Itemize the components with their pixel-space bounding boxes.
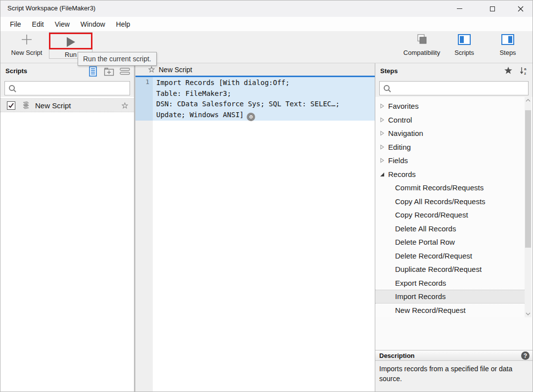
step-item-delete-all-records[interactable]: Delete All Records [375, 222, 533, 236]
scroll-up-icon[interactable] [525, 97, 532, 104]
code-line[interactable]: DSN: CData Salesforce Sys; SQL Text: SEL… [156, 99, 375, 110]
tab-modified-star-icon [148, 66, 155, 73]
step-item-favorites[interactable]: Favorites [375, 99, 533, 113]
run-button-label: Run [65, 51, 77, 58]
scripts-search-input[interactable] [4, 81, 130, 95]
new-script-button[interactable]: New Script [7, 32, 46, 61]
chevron-collapsed-icon[interactable] [379, 103, 385, 109]
scripts-pane-button-label: Scripts [454, 49, 474, 56]
modified-star-icon [122, 102, 128, 109]
compatibility-layers-icon [416, 32, 428, 47]
scroll-down-icon[interactable] [525, 310, 532, 317]
sort-az-icon[interactable]: a z [520, 66, 529, 75]
step-item-export-records[interactable]: Export Records [375, 276, 533, 290]
steps-search-input[interactable] [379, 81, 529, 95]
grabber-lines-icon[interactable] [119, 66, 130, 77]
chevron-collapsed-icon[interactable] [379, 144, 385, 150]
code-area[interactable]: 1 Import Records [With dialog:Off;Table:… [135, 77, 375, 392]
step-label: Fields [388, 156, 408, 165]
title-bar: Script Workspace (FileMaker3) [0, 0, 533, 17]
step-label: Export Records [395, 279, 446, 287]
step-label: Delete Portal Row [395, 238, 455, 246]
menu-bar: FileEditViewWindowHelp [0, 17, 533, 31]
code-line[interactable]: Import Records [With dialog:Off; [156, 78, 375, 88]
help-icon[interactable]: ? [521, 351, 530, 360]
script-editor: New Script 1 Import Records [With dialog… [135, 63, 375, 392]
scripts-pane-icon [457, 32, 471, 47]
step-item-copy-all-records-requests[interactable]: Copy All Records/Requests [375, 195, 533, 209]
chevron-expanded-icon[interactable] [379, 172, 385, 177]
step-item-control[interactable]: Control [375, 113, 533, 127]
menu-item-view[interactable]: View [49, 18, 75, 30]
step-label: Commit Records/Requests [395, 183, 484, 192]
svg-text:a: a [524, 67, 527, 71]
scripts-pane-toggle-button[interactable]: Scripts [448, 32, 480, 61]
step-item-fields[interactable]: Fields [375, 154, 533, 168]
maximize-button[interactable] [481, 0, 504, 17]
script-step-text[interactable]: Import Records [With dialog:Off;Table: F… [153, 77, 375, 121]
run-tooltip: Run the current script. [78, 52, 157, 66]
steps-pane-button-label: Steps [499, 49, 516, 56]
script-checkbox[interactable] [7, 101, 15, 110]
close-button[interactable] [509, 0, 532, 17]
step-item-delete-record-request[interactable]: Delete Record/Request [375, 249, 533, 263]
scripts-panel: Scripts [0, 63, 134, 392]
step-label: Duplicate Record/Request [395, 265, 482, 273]
minimize-button[interactable] [448, 0, 471, 17]
steps-panel-header: Steps a z [375, 63, 533, 97]
chevron-collapsed-icon[interactable] [379, 131, 385, 136]
minimize-icon [457, 8, 462, 9]
step-item-delete-portal-row[interactable]: Delete Portal Row [375, 235, 533, 249]
selected-step-block[interactable]: 1 Import Records [With dialog:Off;Table:… [135, 77, 375, 121]
main-area: Scripts [0, 63, 533, 392]
script-item-label: New Script [35, 101, 71, 110]
search-icon [383, 84, 392, 93]
script-workspace-window: Script Workspace (FileMaker3) FileEditVi… [0, 0, 533, 392]
step-label: Navigation [388, 129, 423, 137]
gear-icon[interactable]: ⚙ [247, 113, 255, 121]
scrollbar-thumb[interactable] [525, 110, 531, 248]
step-item-import-records[interactable]: Import Records [375, 290, 525, 304]
step-item-records[interactable]: Records [375, 168, 533, 181]
menu-item-help[interactable]: Help [111, 18, 136, 30]
list-view-icon[interactable] [88, 66, 98, 77]
plus-icon [21, 32, 33, 47]
step-item-duplicate-record-request[interactable]: Duplicate Record/Request [375, 262, 533, 276]
step-item-navigation[interactable]: Navigation [375, 127, 533, 140]
step-label: Import Records [395, 292, 446, 301]
line-number: 1 [135, 77, 153, 121]
step-item-commit-records-requests[interactable]: Commit Records/Requests [375, 181, 533, 195]
code-line[interactable]: Update; Windows ANSI]⚙ [156, 110, 375, 121]
step-item-editing[interactable]: Editing [375, 140, 533, 154]
step-item-copy-record-request[interactable]: Copy Record/Request [375, 208, 533, 222]
search-icon [8, 84, 17, 93]
script-scroll-icon [21, 101, 31, 110]
step-item-open-record-request[interactable]: Open Record/Request [375, 317, 533, 317]
chevron-collapsed-icon[interactable] [379, 117, 385, 123]
step-item-new-record-request[interactable]: New Record/Request [375, 304, 533, 317]
maximize-icon [490, 6, 495, 11]
step-label: Delete All Records [395, 224, 456, 233]
script-list-item-new-script[interactable]: New Script [0, 98, 134, 112]
scripts-panel-header: Scripts [0, 63, 134, 97]
code-line[interactable]: Table: FileMaker3; [156, 88, 375, 99]
step-label: Favorites [388, 102, 419, 110]
menu-item-edit[interactable]: Edit [27, 18, 49, 30]
tab-new-script[interactable]: New Script [159, 66, 192, 74]
steps-panel: Steps a z [375, 63, 533, 392]
description-pane: Description ? Imports records from a spe… [375, 350, 533, 392]
menu-item-window[interactable]: Window [75, 18, 111, 30]
favorites-star-icon[interactable] [504, 66, 513, 75]
description-text: Imports records from a specified file or… [379, 364, 528, 384]
chevron-collapsed-icon[interactable] [379, 158, 385, 163]
play-icon [67, 35, 75, 49]
steps-pane-toggle-button[interactable]: Steps [492, 32, 524, 61]
steps-pane-icon [501, 32, 515, 47]
description-title: Description [379, 352, 415, 359]
compatibility-button[interactable]: Compatibility [399, 32, 444, 61]
compatibility-button-label: Compatibility [403, 49, 440, 56]
menu-item-file[interactable]: File [4, 18, 27, 30]
steps-scrollbar[interactable] [525, 97, 532, 317]
description-header: Description ? [375, 350, 533, 361]
new-folder-icon[interactable] [103, 66, 114, 77]
